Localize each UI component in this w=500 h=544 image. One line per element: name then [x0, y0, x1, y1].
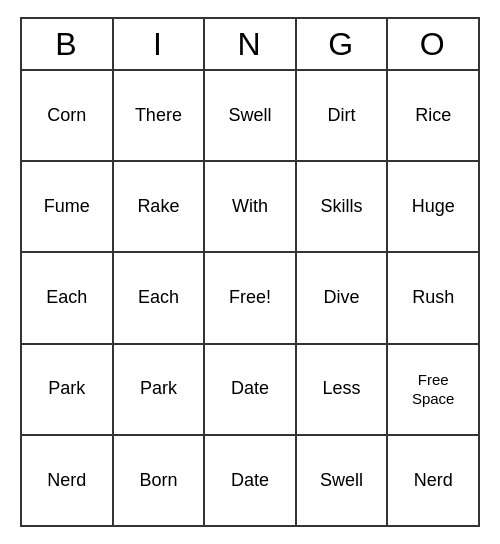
bingo-row: ParkParkDateLessFreeSpace: [22, 345, 478, 436]
bingo-cell: Date: [205, 436, 297, 525]
bingo-cell: Each: [114, 253, 206, 342]
bingo-cell: Born: [114, 436, 206, 525]
bingo-cell: Dirt: [297, 71, 389, 160]
header-letter: I: [114, 19, 206, 69]
bingo-cell: Corn: [22, 71, 114, 160]
bingo-row: NerdBornDateSwellNerd: [22, 436, 478, 525]
bingo-card: BINGO CornThereSwellDirtRiceFumeRakeWith…: [20, 17, 480, 527]
bingo-cell: Nerd: [22, 436, 114, 525]
bingo-cell: Swell: [205, 71, 297, 160]
bingo-header: BINGO: [22, 19, 478, 71]
header-letter: G: [297, 19, 389, 69]
bingo-cell: Rake: [114, 162, 206, 251]
bingo-cell: Date: [205, 345, 297, 434]
header-letter: B: [22, 19, 114, 69]
header-letter: O: [388, 19, 478, 69]
bingo-body: CornThereSwellDirtRiceFumeRakeWithSkills…: [22, 71, 478, 525]
bingo-row: EachEachFree!DiveRush: [22, 253, 478, 344]
bingo-cell: Skills: [297, 162, 389, 251]
bingo-row: FumeRakeWithSkillsHuge: [22, 162, 478, 253]
bingo-cell: Each: [22, 253, 114, 342]
bingo-cell: Nerd: [388, 436, 478, 525]
bingo-cell: Huge: [388, 162, 478, 251]
bingo-cell: Park: [114, 345, 206, 434]
bingo-cell: Dive: [297, 253, 389, 342]
bingo-cell: Free!: [205, 253, 297, 342]
bingo-cell: Less: [297, 345, 389, 434]
bingo-row: CornThereSwellDirtRice: [22, 71, 478, 162]
bingo-cell: Rush: [388, 253, 478, 342]
header-letter: N: [205, 19, 297, 69]
bingo-cell: With: [205, 162, 297, 251]
bingo-cell: FreeSpace: [388, 345, 478, 434]
bingo-cell: Park: [22, 345, 114, 434]
bingo-cell: There: [114, 71, 206, 160]
bingo-cell: Swell: [297, 436, 389, 525]
bingo-cell: Rice: [388, 71, 478, 160]
bingo-cell: Fume: [22, 162, 114, 251]
